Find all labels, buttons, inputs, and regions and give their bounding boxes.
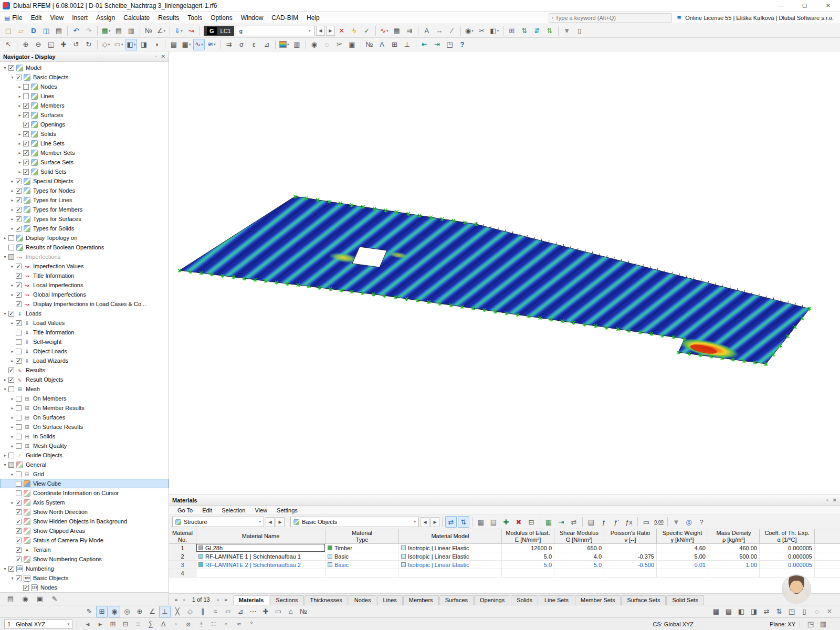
snap-centers[interactable]: ◎: [121, 606, 133, 617]
tree-item-load-values[interactable]: ▸⇓Load Values: [0, 318, 169, 328]
table-manager[interactable]: ▦▾: [100, 25, 112, 37]
tree-item-object-loads[interactable]: ▸⇓Object Loads: [0, 346, 169, 356]
loads-display[interactable]: ⇓▾: [173, 25, 184, 37]
snap-diagonal[interactable]: ◇: [184, 606, 196, 617]
rendering-solid[interactable]: ◧▾: [125, 39, 137, 50]
snap-cross[interactable]: ╳: [172, 606, 183, 617]
cell-gamma[interactable]: 4.60: [657, 544, 708, 552]
table-menu-go-to[interactable]: Go To: [173, 507, 197, 514]
visibility-checkbox[interactable]: [8, 453, 14, 458]
expand-arrow-icon[interactable]: ▸: [9, 188, 15, 193]
table-menu-view[interactable]: View: [250, 507, 271, 514]
redo[interactable]: ↷: [83, 25, 94, 37]
tree-item-lines[interactable]: ▸Lines: [0, 91, 169, 101]
sync-menu-icon[interactable]: ≡: [677, 14, 681, 22]
insert-row[interactable]: ✚: [500, 516, 512, 528]
cell-name[interactable]: RF-LAMINATE 2 | Schichtenaufbau 2: [196, 561, 326, 569]
search-input[interactable]: [555, 15, 669, 21]
panel-display-tab[interactable]: ▤: [5, 593, 16, 605]
cell-type[interactable]: Basic: [326, 561, 399, 569]
menu-window[interactable]: Window: [237, 13, 268, 23]
deformation-display[interactable]: ≋▾: [206, 39, 217, 50]
remove-mode[interactable]: ⊟: [120, 618, 131, 630]
result-tables[interactable]: ▦: [391, 25, 403, 37]
cell-type[interactable]: Timber: [326, 544, 399, 552]
next-table-button[interactable]: ▶: [276, 517, 285, 527]
formula-edit[interactable]: ƒ': [611, 516, 622, 528]
cell-rho[interactable]: 1.00: [708, 561, 760, 569]
add-mode[interactable]: ⊞: [107, 618, 119, 630]
tree-item-numbering[interactable]: ▾123Numbering: [0, 564, 169, 573]
model-3d-view[interactable]: [169, 51, 840, 495]
tree-item-on-member-results[interactable]: ▸⊞On Member Results: [0, 403, 169, 413]
panel-control[interactable]: ▯: [574, 25, 585, 37]
last-table-button[interactable]: »: [222, 596, 230, 603]
zoom-window[interactable]: ◱: [45, 39, 57, 50]
decimal-places[interactable]: 0,00: [653, 516, 665, 528]
snap-angle[interactable]: ∠: [146, 606, 158, 617]
cell-rho[interactable]: [708, 569, 760, 577]
captions[interactable]: A: [376, 39, 388, 50]
cell-g[interactable]: [554, 569, 604, 577]
point-mode[interactable]: ◦: [170, 618, 182, 630]
tree-item-mesh-quality[interactable]: ▸⊞Mesh Quality: [0, 441, 169, 450]
tree-item-status-of-camera-fly-mode[interactable]: Status of Camera Fly Mode: [0, 536, 169, 545]
save-model[interactable]: ◫: [40, 25, 52, 37]
list-mode[interactable]: ≡: [132, 618, 144, 630]
visibility-checkbox[interactable]: [16, 519, 22, 524]
delta-mode[interactable]: Δ: [158, 618, 169, 630]
row-filter[interactable]: ▤: [488, 516, 499, 528]
result-values[interactable]: ⇉: [404, 25, 415, 37]
visibility-checkbox[interactable]: [23, 112, 29, 118]
tree-item-mesh[interactable]: ▾⊞Mesh: [0, 384, 169, 394]
tree-item-results[interactable]: ∿Results: [0, 365, 169, 375]
cell-rho[interactable]: 500.00: [708, 552, 760, 560]
table-input[interactable]: ▥: [125, 25, 137, 37]
formula-lock[interactable]: ƒx: [623, 516, 635, 528]
visibility-checkbox[interactable]: [16, 424, 22, 430]
visibility-checkbox[interactable]: [8, 462, 14, 468]
next-object[interactable]: ▸: [94, 618, 106, 630]
tree-item-display-imperfections-in-load-cases-co[interactable]: ↝Display Imperfections in Load Cases & C…: [0, 299, 169, 309]
expand-arrow-icon[interactable]: ▸: [9, 472, 15, 477]
expand-arrow-icon[interactable]: ▸: [9, 425, 15, 429]
cell-gamma[interactable]: 5.00: [657, 552, 708, 560]
visibility-checkbox[interactable]: [8, 386, 14, 392]
expand-arrow-icon[interactable]: ▸: [9, 283, 15, 288]
rotate-view[interactable]: ↺: [70, 39, 82, 50]
tree-item-show-numbering-captions[interactable]: Show Numbering Captions: [0, 554, 169, 564]
table-menu-selection[interactable]: Selection: [217, 507, 249, 514]
visibility-checkbox[interactable]: [16, 509, 22, 515]
filter-next-button[interactable]: ▶: [430, 517, 439, 527]
align-left[interactable]: ⇤: [419, 39, 430, 50]
expand-arrow-icon[interactable]: ▸: [9, 500, 15, 505]
split-vertical[interactable]: ◨: [748, 606, 760, 617]
snap-nearest[interactable]: ≈: [209, 606, 221, 617]
tree-item-on-members[interactable]: ▸⊞On Members: [0, 394, 169, 403]
tree-item-types-for-nodes[interactable]: ▸Types for Nodes: [0, 186, 169, 195]
user-visibility[interactable]: ◉: [309, 39, 320, 50]
cell-rho[interactable]: 460.00: [708, 544, 760, 552]
tab-surface-sets[interactable]: Surface Sets: [621, 595, 666, 605]
clip-section[interactable]: ✂: [334, 39, 345, 50]
tree-item-types-for-solids[interactable]: ▸Types for Solids: [0, 224, 169, 233]
work-plane[interactable]: ▱: [222, 606, 234, 617]
close-button[interactable]: ✕: [816, 0, 840, 12]
tree-item-terrain[interactable]: ▲Terrain: [0, 545, 169, 554]
cell-e[interactable]: 5.0: [502, 561, 554, 569]
menu-file[interactable]: File: [8, 13, 26, 23]
snap-parallel[interactable]: ∥: [197, 606, 208, 617]
tree-item-coordinate-information-on-cursor[interactable]: Coordinate Information on Cursor: [0, 488, 169, 498]
tree-item-guide-objects[interactable]: ▸∕Guide Objects: [0, 450, 169, 460]
expand-arrow-icon[interactable]: ▸: [9, 217, 15, 222]
visibility-checkbox[interactable]: [16, 349, 22, 354]
tab-nodes[interactable]: Nodes: [349, 595, 377, 605]
snap-divisions[interactable]: ⋯: [247, 606, 259, 617]
menu-help[interactable]: Help: [302, 13, 324, 23]
float-table-icon[interactable]: ▫: [826, 497, 828, 503]
float-panel-icon[interactable]: ▫: [155, 54, 157, 59]
cell-model[interactable]: Isotropic | Linear Elastic: [399, 552, 502, 560]
zoom-in[interactable]: ⊕: [20, 39, 32, 50]
menu-insert[interactable]: Insert: [68, 13, 92, 23]
expand-arrow-icon[interactable]: ▸: [17, 141, 23, 146]
